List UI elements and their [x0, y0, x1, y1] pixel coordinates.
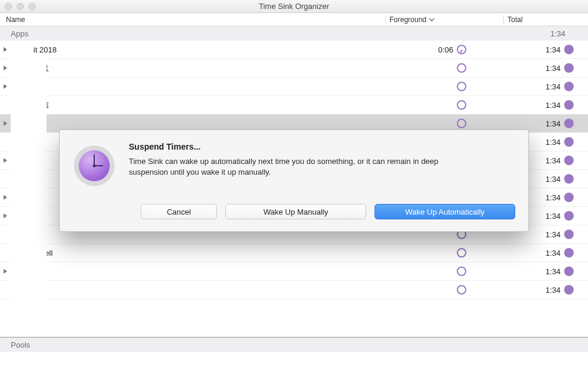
total-time: 1:34 [528, 119, 564, 128]
disclosure-triangle-icon[interactable] [0, 268, 11, 274]
app-name: it 2018 [33, 45, 418, 54]
table-row[interactable]: 1:34 [0, 78, 588, 96]
app-name: file [33, 267, 418, 276]
column-name[interactable]: Name [6, 16, 382, 24]
foreground-indicator-icon [457, 100, 469, 110]
total-time: 1:34 [528, 230, 564, 239]
foreground-indicator-icon [457, 248, 469, 258]
total-indicator-icon [564, 174, 576, 184]
total-time: 1:34 [528, 286, 564, 295]
group-apps: Apps 1:34 [0, 26, 588, 41]
total-time: 1:34 [528, 267, 564, 276]
table-row[interactable]: eWell1:34 [0, 244, 588, 262]
column-headers: Name Foreground Total [0, 13, 588, 26]
disclosure-triangle-icon[interactable] [0, 120, 11, 126]
total-time: 1:34 [528, 156, 564, 165]
foreground-time: 0:06 [418, 45, 457, 54]
total-indicator-icon [564, 193, 576, 202]
app-name: eWell [33, 249, 418, 258]
total-time: 1:34 [528, 138, 564, 147]
table-row[interactable]: 网盘1:34 [0, 59, 588, 78]
cancel-button[interactable]: Cancel [141, 204, 217, 219]
group-apps-total: 1:34 [550, 29, 565, 38]
total-indicator-icon [564, 285, 576, 295]
total-indicator-icon [564, 248, 576, 258]
disclosure-triangle-icon[interactable] [0, 47, 11, 52]
suspend-dialog: Suspend Timers... Time Sink can wake up … [59, 129, 529, 232]
table-row[interactable]: 乐1:34 [0, 281, 588, 299]
foreground-indicator-icon [457, 285, 469, 295]
disclosure-triangle-icon[interactable] [0, 213, 11, 219]
wake-manually-button[interactable]: Wake Up Manually [225, 204, 366, 219]
group-apps-label: Apps [11, 29, 29, 38]
total-indicator-icon [564, 137, 576, 147]
chevron-down-icon [429, 18, 435, 21]
total-indicator-icon [564, 156, 576, 165]
column-foreground-label: Foreground [389, 16, 426, 24]
group-pools-label: Pools [11, 340, 30, 349]
obscured-region [11, 55, 47, 315]
foreground-indicator-icon [457, 45, 469, 54]
column-separator [503, 15, 504, 24]
total-time: 1:34 [528, 193, 564, 202]
total-time: 1:34 [528, 64, 564, 73]
titlebar: Time Sink Organizer [0, 0, 588, 13]
column-total[interactable]: Total [507, 16, 576, 24]
app-name: 乐 [33, 284, 418, 295]
app-name: 微信 [33, 100, 418, 110]
table-row[interactable]: file1:34 [0, 262, 588, 281]
column-foreground[interactable]: Foreground [389, 16, 500, 24]
total-indicator-icon [564, 230, 576, 239]
foreground-indicator-icon [457, 63, 469, 73]
app-name: 网盘 [33, 63, 418, 73]
total-indicator-icon [564, 267, 576, 276]
total-time: 1:34 [528, 212, 564, 221]
svg-point-4 [93, 165, 96, 168]
dialog-body: Time Sink can wake up automatically next… [129, 156, 475, 178]
wake-automatically-button[interactable]: Wake Up Automatically [375, 204, 515, 219]
disclosure-triangle-icon[interactable] [0, 65, 11, 71]
group-pools: Pools [0, 337, 588, 352]
total-time: 1:34 [528, 175, 564, 184]
disclosure-triangle-icon[interactable] [0, 157, 11, 163]
total-indicator-icon [564, 63, 576, 73]
window-title: Time Sink Organizer [0, 2, 588, 11]
total-indicator-icon [564, 100, 576, 110]
foreground-indicator-icon [457, 267, 469, 276]
foreground-indicator-icon [457, 82, 469, 91]
total-indicator-icon [564, 82, 576, 91]
app-icon [73, 144, 116, 187]
disclosure-triangle-icon[interactable] [0, 194, 11, 200]
table-row[interactable]: it 20180:061:34 [0, 41, 588, 59]
total-indicator-icon [564, 45, 576, 54]
total-indicator-icon [564, 211, 576, 221]
total-time: 1:34 [528, 101, 564, 110]
column-separator [385, 15, 386, 24]
dialog-title: Suspend Timers... [129, 142, 475, 151]
total-indicator-icon [564, 119, 576, 128]
table-row[interactable]: 微信1:34 [0, 96, 588, 114]
total-time: 1:34 [528, 45, 564, 54]
total-time: 1:34 [528, 249, 564, 258]
total-time: 1:34 [528, 82, 564, 91]
disclosure-triangle-icon[interactable] [0, 83, 11, 89]
foreground-indicator-icon [457, 119, 469, 128]
